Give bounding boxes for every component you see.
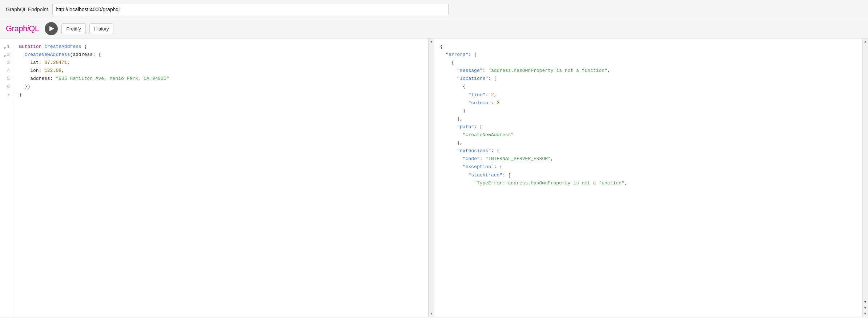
scroll-up-right[interactable]: ▲ bbox=[863, 38, 868, 44]
endpoint-label: GraphQL Endpoint bbox=[6, 7, 48, 12]
result-pane: { "errors": [ { "message": "address.hasO… bbox=[434, 38, 863, 317]
execute-button[interactable] bbox=[45, 22, 58, 35]
scroll-down-left[interactable]: ▼ bbox=[429, 311, 434, 317]
history-button[interactable]: History bbox=[89, 23, 113, 34]
line-num-4: 4 bbox=[0, 67, 13, 75]
line-num-3: 3 bbox=[0, 59, 13, 67]
scroll-up-left[interactable]: ▲ bbox=[429, 38, 434, 44]
toolbar: GraphiQL Prettify History bbox=[0, 19, 868, 38]
endpoint-input[interactable] bbox=[52, 4, 449, 15]
line-num-7: 7 bbox=[0, 91, 13, 99]
fold-arrow-1[interactable]: ▼ bbox=[3, 45, 6, 48]
fold-arrow-2[interactable]: ▼ bbox=[3, 53, 6, 56]
scroll-down-right-3[interactable]: ▼ bbox=[863, 311, 868, 317]
line-num-6: 6 bbox=[0, 83, 13, 91]
line-num-1: ▼1 bbox=[0, 43, 13, 51]
scroll-down-right-1[interactable]: ▼ bbox=[863, 299, 868, 305]
result-content: { "errors": [ { "message": "address.hasO… bbox=[434, 38, 863, 317]
editor-pane: ▼1 ▼2 3 4 5 6 7 mutation createAddress {… bbox=[0, 38, 429, 317]
left-scroll-bar: ▲ ▼ bbox=[429, 38, 434, 317]
code-editor[interactable]: mutation createAddress { createNewAddres… bbox=[13, 38, 428, 317]
line-numbers: ▼1 ▼2 3 4 5 6 7 bbox=[0, 38, 13, 317]
play-icon bbox=[49, 26, 54, 31]
right-scroll-bar: ▲ ▼ ▼ ▼ bbox=[862, 38, 868, 317]
line-num-5: 5 bbox=[0, 75, 13, 83]
line-num-2: ▼2 bbox=[0, 51, 13, 59]
endpoint-bar: GraphQL Endpoint bbox=[0, 0, 868, 19]
prettify-button[interactable]: Prettify bbox=[61, 23, 85, 34]
scroll-down-right-2[interactable]: ▼ bbox=[863, 305, 868, 311]
main-area: ▼1 ▼2 3 4 5 6 7 mutation createAddress {… bbox=[0, 38, 868, 317]
graphiql-logo: GraphiQL bbox=[6, 24, 39, 33]
